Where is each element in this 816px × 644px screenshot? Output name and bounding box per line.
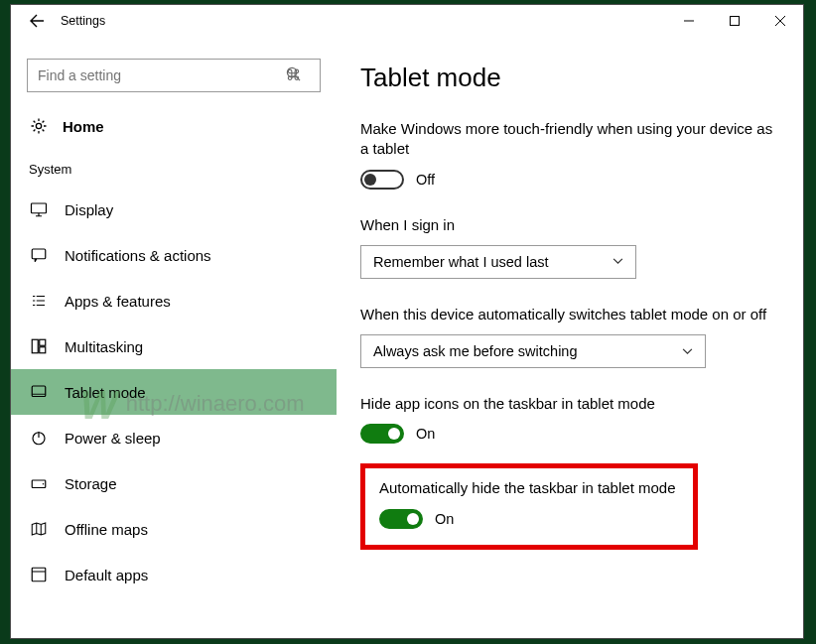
setting-label: Make Windows more touch-friendly when us… bbox=[360, 119, 779, 160]
search-input[interactable] bbox=[27, 59, 321, 92]
autohide-toggle[interactable] bbox=[379, 509, 423, 529]
hideicons-toggle[interactable] bbox=[360, 424, 404, 444]
sidebar-item-defaultapps[interactable]: Default apps bbox=[11, 552, 337, 597]
sidebar-item-notifications[interactable]: Notifications & actions bbox=[11, 232, 337, 278]
svg-rect-12 bbox=[32, 568, 46, 581]
close-button[interactable] bbox=[757, 5, 803, 37]
setting-label: When this device automatically switches … bbox=[360, 305, 779, 324]
toggle-value: On bbox=[416, 426, 435, 442]
svg-point-11 bbox=[43, 483, 45, 485]
sidebar-item-label: Notifications & actions bbox=[65, 247, 211, 264]
nav-list: Display Notifications & actions Apps & f… bbox=[11, 187, 337, 597]
dropdown-value: Remember what I used last bbox=[373, 254, 549, 270]
back-button[interactable] bbox=[19, 5, 55, 37]
setting-touch: Make Windows more touch-friendly when us… bbox=[360, 119, 779, 190]
titlebar: Settings bbox=[11, 5, 803, 37]
svg-point-2 bbox=[36, 123, 41, 128]
sidebar-item-label: Storage bbox=[65, 475, 117, 492]
map-icon bbox=[29, 519, 49, 539]
section-header: System bbox=[11, 150, 337, 187]
setting-label: Hide app icons on the taskbar in tablet … bbox=[360, 394, 779, 414]
home-button[interactable]: Home bbox=[11, 110, 337, 150]
page-title: Tablet mode bbox=[360, 63, 779, 93]
apps-icon bbox=[29, 565, 49, 584]
maximize-button[interactable] bbox=[712, 5, 757, 37]
search-wrap: ⌘ bbox=[27, 59, 321, 92]
svg-rect-3 bbox=[32, 203, 47, 213]
sidebar-item-label: Offline maps bbox=[65, 521, 148, 538]
sidebar-item-multitasking[interactable]: Multitasking bbox=[11, 323, 337, 369]
sidebar-item-label: Display bbox=[65, 201, 113, 218]
sidebar-item-label: Power & sleep bbox=[65, 430, 161, 447]
sidebar: ⌘ Home System Display bbox=[11, 37, 337, 638]
setting-switch: When this device automatically switches … bbox=[360, 305, 779, 368]
dropdown-value: Always ask me before switching bbox=[373, 343, 578, 359]
monitor-icon bbox=[29, 199, 49, 219]
sidebar-item-tabletmode[interactable]: Tablet mode bbox=[11, 369, 337, 415]
setting-signin: When I sign in Remember what I used last bbox=[360, 215, 779, 279]
multitask-icon bbox=[29, 336, 49, 356]
sidebar-item-label: Tablet mode bbox=[65, 384, 146, 401]
svg-rect-6 bbox=[40, 339, 46, 345]
content: Tablet mode Make Windows more touch-frie… bbox=[337, 37, 803, 638]
svg-rect-0 bbox=[731, 17, 740, 26]
window-title: Settings bbox=[61, 14, 105, 28]
highlight-box: Automatically hide the taskbar in tablet… bbox=[360, 463, 698, 549]
toggle-value: On bbox=[435, 511, 454, 527]
body: ⌘ Home System Display bbox=[11, 37, 803, 638]
maximize-icon bbox=[730, 16, 740, 26]
sidebar-item-offlinemaps[interactable]: Offline maps bbox=[11, 506, 337, 552]
switch-dropdown[interactable]: Always ask me before switching bbox=[360, 334, 706, 368]
list-icon bbox=[29, 291, 49, 311]
sidebar-item-apps[interactable]: Apps & features bbox=[11, 278, 337, 323]
svg-rect-8 bbox=[32, 386, 46, 397]
power-icon bbox=[29, 428, 49, 448]
setting-hideicons: Hide app icons on the taskbar in tablet … bbox=[360, 394, 779, 444]
signin-dropdown[interactable]: Remember what I used last bbox=[360, 245, 636, 279]
sidebar-item-power[interactable]: Power & sleep bbox=[11, 415, 337, 460]
sidebar-item-storage[interactable]: Storage bbox=[11, 460, 337, 506]
sidebar-item-label: Multitasking bbox=[65, 338, 143, 355]
settings-window: Settings ⌘ bbox=[10, 4, 804, 639]
svg-rect-5 bbox=[32, 339, 38, 353]
back-arrow-icon bbox=[29, 13, 45, 29]
toggle-value: Off bbox=[416, 172, 435, 188]
gear-icon bbox=[29, 116, 49, 136]
minimize-button[interactable] bbox=[666, 5, 712, 37]
search-icon bbox=[286, 66, 301, 81]
svg-rect-7 bbox=[40, 347, 46, 353]
minimize-icon bbox=[684, 16, 694, 26]
close-icon bbox=[775, 16, 785, 26]
setting-label: Automatically hide the taskbar in tablet… bbox=[379, 478, 679, 498]
sidebar-item-label: Apps & features bbox=[65, 293, 171, 310]
setting-label: When I sign in bbox=[360, 215, 779, 235]
drive-icon bbox=[29, 473, 49, 493]
message-icon bbox=[29, 245, 49, 265]
tablet-icon bbox=[29, 382, 49, 402]
window-controls bbox=[666, 5, 803, 37]
home-label: Home bbox=[63, 118, 104, 135]
chevron-down-icon bbox=[682, 348, 693, 355]
sidebar-item-label: Default apps bbox=[65, 567, 148, 583]
chevron-down-icon bbox=[612, 258, 623, 265]
svg-rect-4 bbox=[32, 249, 46, 259]
sidebar-item-display[interactable]: Display bbox=[11, 187, 337, 232]
svg-point-1 bbox=[287, 67, 296, 76]
touch-toggle[interactable] bbox=[360, 170, 404, 190]
